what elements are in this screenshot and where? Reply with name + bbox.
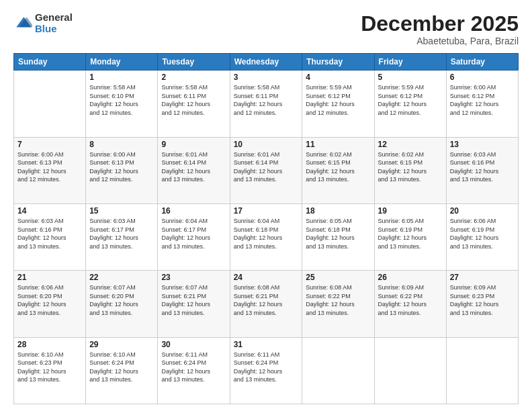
- calendar-cell: 27Sunrise: 6:09 AM Sunset: 6:23 PM Dayli…: [446, 271, 518, 337]
- day-number: 10: [234, 140, 299, 149]
- day-number: 26: [378, 273, 443, 282]
- calendar-cell: 1Sunrise: 5:58 AM Sunset: 6:10 PM Daylig…: [86, 71, 158, 137]
- day-number: 30: [161, 340, 226, 349]
- calendar-week-3: 14Sunrise: 6:03 AM Sunset: 6:16 PM Dayli…: [14, 203, 519, 270]
- day-info: Sunrise: 6:05 AM Sunset: 6:19 PM Dayligh…: [378, 217, 443, 250]
- calendar-cell: 14Sunrise: 6:03 AM Sunset: 6:16 PM Dayli…: [14, 203, 86, 270]
- calendar-header-sunday: Sunday: [14, 54, 86, 71]
- day-info: Sunrise: 6:10 AM Sunset: 6:24 PM Dayligh…: [89, 351, 154, 384]
- calendar-cell: 31Sunrise: 6:11 AM Sunset: 6:24 PM Dayli…: [230, 337, 302, 404]
- calendar-week-2: 7Sunrise: 6:00 AM Sunset: 6:13 PM Daylig…: [14, 137, 519, 203]
- calendar-cell: 18Sunrise: 6:05 AM Sunset: 6:18 PM Dayli…: [302, 203, 374, 270]
- day-number: 28: [17, 340, 82, 349]
- day-info: Sunrise: 6:06 AM Sunset: 6:20 PM Dayligh…: [17, 283, 82, 317]
- day-info: Sunrise: 5:59 AM Sunset: 6:12 PM Dayligh…: [306, 83, 370, 117]
- calendar-cell: [374, 337, 446, 404]
- day-info: Sunrise: 6:01 AM Sunset: 6:14 PM Dayligh…: [234, 150, 299, 184]
- calendar-header-saturday: Saturday: [446, 54, 518, 71]
- calendar-cell: [14, 71, 86, 137]
- day-number: 29: [89, 340, 154, 349]
- day-number: 2: [161, 73, 226, 82]
- calendar-week-1: 1Sunrise: 5:58 AM Sunset: 6:10 PM Daylig…: [14, 71, 519, 137]
- day-number: 1: [89, 73, 154, 82]
- calendar-cell: [302, 337, 374, 404]
- day-info: Sunrise: 6:05 AM Sunset: 6:18 PM Dayligh…: [306, 217, 370, 250]
- day-info: Sunrise: 6:11 AM Sunset: 6:24 PM Dayligh…: [234, 351, 299, 384]
- day-info: Sunrise: 6:10 AM Sunset: 6:23 PM Dayligh…: [17, 351, 82, 384]
- month-title: December 2025: [361, 12, 519, 36]
- day-number: 20: [450, 206, 515, 216]
- day-number: 12: [378, 140, 443, 149]
- day-info: Sunrise: 6:08 AM Sunset: 6:21 PM Dayligh…: [234, 283, 299, 317]
- calendar-cell: 19Sunrise: 6:05 AM Sunset: 6:19 PM Dayli…: [374, 203, 446, 270]
- day-number: 7: [17, 140, 82, 149]
- day-info: Sunrise: 6:03 AM Sunset: 6:16 PM Dayligh…: [450, 150, 515, 184]
- calendar-cell: 24Sunrise: 6:08 AM Sunset: 6:21 PM Dayli…: [230, 271, 302, 337]
- day-info: Sunrise: 5:58 AM Sunset: 6:11 PM Dayligh…: [234, 83, 299, 117]
- day-info: Sunrise: 6:06 AM Sunset: 6:19 PM Dayligh…: [450, 217, 515, 250]
- calendar-header-monday: Monday: [86, 54, 158, 71]
- day-info: Sunrise: 6:00 AM Sunset: 6:12 PM Dayligh…: [450, 83, 515, 117]
- calendar-cell: 30Sunrise: 6:11 AM Sunset: 6:24 PM Dayli…: [158, 337, 230, 404]
- calendar-cell: 4Sunrise: 5:59 AM Sunset: 6:12 PM Daylig…: [302, 71, 374, 137]
- day-number: 8: [89, 140, 154, 149]
- calendar-cell: 28Sunrise: 6:10 AM Sunset: 6:23 PM Dayli…: [14, 337, 86, 404]
- day-number: 9: [161, 140, 226, 149]
- logo-icon: [13, 14, 32, 33]
- calendar-header-wednesday: Wednesday: [230, 54, 302, 71]
- day-number: 22: [89, 273, 154, 282]
- day-number: 13: [450, 140, 515, 149]
- calendar-cell: 26Sunrise: 6:09 AM Sunset: 6:22 PM Dayli…: [374, 271, 446, 337]
- logo-general-text: General: [35, 12, 73, 24]
- calendar-cell: 21Sunrise: 6:06 AM Sunset: 6:20 PM Dayli…: [14, 271, 86, 337]
- day-number: 23: [161, 273, 226, 282]
- day-number: 6: [450, 73, 515, 82]
- calendar-cell: 3Sunrise: 5:58 AM Sunset: 6:11 PM Daylig…: [230, 71, 302, 137]
- day-info: Sunrise: 6:02 AM Sunset: 6:15 PM Dayligh…: [378, 150, 443, 184]
- day-info: Sunrise: 6:00 AM Sunset: 6:13 PM Dayligh…: [17, 150, 82, 184]
- calendar-cell: 7Sunrise: 6:00 AM Sunset: 6:13 PM Daylig…: [14, 137, 86, 203]
- calendar-cell: 20Sunrise: 6:06 AM Sunset: 6:19 PM Dayli…: [446, 203, 518, 270]
- calendar-cell: 22Sunrise: 6:07 AM Sunset: 6:20 PM Dayli…: [86, 271, 158, 337]
- day-number: 31: [234, 340, 299, 349]
- calendar-header-friday: Friday: [374, 54, 446, 71]
- day-number: 25: [306, 273, 370, 282]
- day-info: Sunrise: 6:04 AM Sunset: 6:18 PM Dayligh…: [234, 217, 299, 250]
- calendar-cell: 5Sunrise: 5:59 AM Sunset: 6:12 PM Daylig…: [374, 71, 446, 137]
- calendar-cell: 29Sunrise: 6:10 AM Sunset: 6:24 PM Dayli…: [86, 337, 158, 404]
- day-number: 19: [378, 206, 443, 216]
- logo-blue-text: Blue: [35, 24, 73, 35]
- day-info: Sunrise: 6:03 AM Sunset: 6:16 PM Dayligh…: [17, 217, 82, 250]
- calendar-week-5: 28Sunrise: 6:10 AM Sunset: 6:23 PM Dayli…: [14, 337, 519, 404]
- page: General Blue December 2025 Abaetetuba, P…: [0, 0, 532, 411]
- day-number: 3: [234, 73, 299, 82]
- calendar-table: SundayMondayTuesdayWednesdayThursdayFrid…: [13, 53, 519, 404]
- day-info: Sunrise: 6:09 AM Sunset: 6:23 PM Dayligh…: [450, 283, 515, 317]
- header: General Blue December 2025 Abaetetuba, P…: [13, 12, 519, 46]
- calendar-cell: 9Sunrise: 6:01 AM Sunset: 6:14 PM Daylig…: [158, 137, 230, 203]
- day-info: Sunrise: 5:59 AM Sunset: 6:12 PM Dayligh…: [378, 83, 443, 117]
- day-number: 5: [378, 73, 443, 82]
- day-info: Sunrise: 6:02 AM Sunset: 6:15 PM Dayligh…: [306, 150, 370, 184]
- calendar-cell: 16Sunrise: 6:04 AM Sunset: 6:17 PM Dayli…: [158, 203, 230, 270]
- day-info: Sunrise: 6:03 AM Sunset: 6:17 PM Dayligh…: [89, 217, 154, 250]
- day-info: Sunrise: 6:11 AM Sunset: 6:24 PM Dayligh…: [161, 351, 226, 384]
- calendar-header-thursday: Thursday: [302, 54, 374, 71]
- day-info: Sunrise: 6:00 AM Sunset: 6:13 PM Dayligh…: [89, 150, 154, 184]
- title-block: December 2025 Abaetetuba, Para, Brazil: [361, 12, 519, 46]
- day-number: 15: [89, 206, 154, 216]
- day-info: Sunrise: 6:09 AM Sunset: 6:22 PM Dayligh…: [378, 283, 443, 317]
- calendar-header-row: SundayMondayTuesdayWednesdayThursdayFrid…: [14, 54, 519, 71]
- calendar-cell: 13Sunrise: 6:03 AM Sunset: 6:16 PM Dayli…: [446, 137, 518, 203]
- location-subtitle: Abaetetuba, Para, Brazil: [361, 36, 519, 46]
- day-info: Sunrise: 6:07 AM Sunset: 6:20 PM Dayligh…: [89, 283, 154, 317]
- day-info: Sunrise: 6:04 AM Sunset: 6:17 PM Dayligh…: [161, 217, 226, 250]
- day-number: 4: [306, 73, 370, 82]
- logo-text: General Blue: [35, 12, 73, 34]
- calendar-header-tuesday: Tuesday: [158, 54, 230, 71]
- day-number: 21: [17, 273, 82, 282]
- calendar-cell: 17Sunrise: 6:04 AM Sunset: 6:18 PM Dayli…: [230, 203, 302, 270]
- calendar-week-4: 21Sunrise: 6:06 AM Sunset: 6:20 PM Dayli…: [14, 271, 519, 337]
- day-number: 16: [161, 206, 226, 216]
- calendar-cell: 23Sunrise: 6:07 AM Sunset: 6:21 PM Dayli…: [158, 271, 230, 337]
